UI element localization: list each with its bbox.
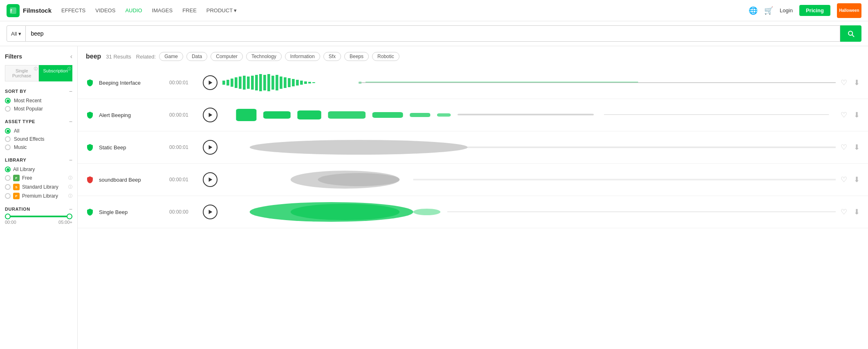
svg-rect-4 [227,80,229,86]
duration-thumb-min[interactable] [5,214,11,219]
library-premium[interactable]: P Premium Library ⓘ [5,193,72,199]
svg-rect-19 [288,78,291,87]
sidebar-collapse-button[interactable]: ‹ [70,53,72,60]
asset-music[interactable]: Music [5,144,72,150]
play-button-5[interactable] [203,205,218,219]
track-name-3: Static Beep [99,144,164,151]
svg-rect-28 [359,82,836,83]
pricing-button[interactable]: Pricing [799,5,830,16]
play-button-2[interactable] [203,108,218,122]
favorite-button-5[interactable]: ♡ [841,207,847,216]
sidebar: Filters ‹ Single Purchase ⓘ Subscription… [0,46,78,349]
logo[interactable]: f Filmstock [7,4,52,17]
tag-beeps[interactable]: Beeps [344,52,369,61]
search-input-wrap [26,25,840,42]
svg-rect-31 [263,111,291,119]
asset-sound-effects[interactable]: Sound Effects [5,136,72,142]
nav-images[interactable]: IMAGES [152,7,173,14]
search-button[interactable] [840,25,861,42]
sort-by-toggle[interactable]: − [69,88,72,95]
library-section: LIBRARY − All Library F Free ⓘ S Standar… [5,157,72,199]
cart-icon[interactable]: 🛒 [764,6,773,15]
search-input[interactable] [31,30,835,37]
tag-computer[interactable]: Computer [211,52,243,61]
nav-free[interactable]: FREE [182,7,197,14]
results-related: Related: Game Data Computer Technology I… [136,52,399,61]
favorite-button-1[interactable]: ♡ [841,78,847,87]
library-toggle[interactable]: − [69,157,72,163]
svg-marker-46 [209,210,213,214]
asset-type-toggle[interactable]: − [69,118,72,125]
svg-rect-3 [222,81,225,85]
tag-robotic[interactable]: Robotic [372,52,399,61]
svg-marker-29 [209,113,213,117]
search-bar: All ▾ [0,21,868,46]
svg-rect-12 [259,74,262,91]
shield-icon [87,208,93,216]
duration-range-track [5,216,72,217]
single-purchase-info-icon: ⓘ [34,66,38,72]
globe-icon[interactable]: 🌐 [749,6,758,15]
track-row: Static Beep 00:00:01 ♡ ⬇ [78,131,868,164]
search-icon [847,29,855,38]
svg-rect-14 [267,74,270,91]
nav-videos[interactable]: VIDEOS [95,7,115,14]
asset-type-header: ASSET TYPE − [5,118,72,125]
related-label: Related: [136,54,156,60]
radio-most-recent [5,98,11,104]
sort-most-recent[interactable]: Most Recent [5,98,72,104]
nav-effects[interactable]: EFFECTS [61,7,85,14]
svg-rect-18 [284,77,287,88]
play-button-1[interactable] [203,75,218,90]
download-button-5[interactable]: ⬇ [854,207,860,216]
track-name-5: Single Beep [99,209,164,215]
library-all[interactable]: All Library [5,167,72,172]
duration-toggle[interactable]: − [69,206,72,212]
tag-sfx[interactable]: Sfx [323,52,341,61]
radio-premium-library [5,193,11,199]
library-header: LIBRARY − [5,157,72,163]
download-button-3[interactable]: ⬇ [854,143,860,152]
purchase-tabs: Single Purchase ⓘ Subscription ⓘ [5,65,72,81]
favorite-button-3[interactable]: ♡ [841,143,847,152]
duration-max-label: 05:00+ [58,220,72,225]
halloween-banner[interactable]: Halloween [837,3,861,18]
tag-technology[interactable]: Technology [246,52,282,61]
play-button-3[interactable] [203,140,218,155]
tag-game[interactable]: Game [159,52,183,61]
radio-free-library [5,175,11,181]
tab-single-purchase[interactable]: Single Purchase ⓘ [5,65,39,81]
shield-icon [87,176,93,183]
results-count: 31 Results [106,54,131,60]
search-filter-select[interactable]: All ▾ [7,25,26,42]
tag-data[interactable]: Data [186,52,207,61]
svg-rect-38 [604,114,829,115]
sort-most-popular[interactable]: Most Popular [5,106,72,112]
asset-all[interactable]: All [5,128,72,134]
svg-marker-42 [209,178,213,182]
track-actions-1: ♡ ⬇ [841,78,860,87]
download-button-2[interactable]: ⬇ [854,110,860,119]
duration-range-fill [5,216,72,217]
play-button-4[interactable] [203,172,218,187]
favorite-button-4[interactable]: ♡ [841,175,847,184]
logo-icon: f [7,4,20,17]
library-standard[interactable]: S Standard Library ⓘ [5,184,72,190]
nav-audio[interactable]: AUDIO [125,7,142,14]
favorite-button-2[interactable]: ♡ [841,110,847,119]
tab-subscription[interactable]: Subscription ⓘ [39,65,73,81]
download-button-1[interactable]: ⬇ [854,78,860,87]
login-button[interactable]: Login [780,7,793,14]
navbar: f Filmstock EFFECTS VIDEOS AUDIO IMAGES … [0,0,868,21]
nav-product[interactable]: PRODUCT ▾ [206,7,237,14]
duration-min-label: 00:00 [5,220,16,225]
sort-by-section: SORT BY − Most Recent Most Popular [5,88,72,112]
duration-thumb-max[interactable] [67,214,72,219]
svg-point-48 [291,204,400,220]
library-free[interactable]: F Free ⓘ [5,175,72,181]
tag-information[interactable]: Information [285,52,320,61]
download-button-4[interactable]: ⬇ [854,175,860,184]
svg-rect-17 [280,77,283,89]
svg-rect-41 [468,146,836,148]
svg-rect-21 [296,80,299,86]
